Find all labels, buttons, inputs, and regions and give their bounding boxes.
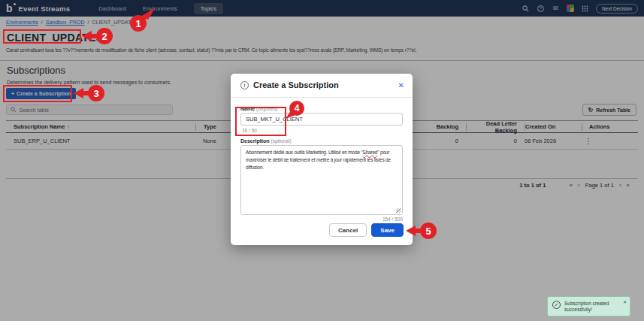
toast-message: Subscription created successfully! — [564, 301, 625, 312]
create-subscription-modal: i Create a Subscription ✕ Name (required… — [231, 74, 413, 245]
cancel-button[interactable]: Cancel — [329, 223, 367, 237]
info-icon: i — [240, 81, 249, 89]
modal-divider — [231, 97, 413, 98]
save-button[interactable]: Save — [371, 223, 404, 237]
svg-text:1: 1 — [135, 18, 141, 29]
toast-close-icon[interactable]: ✕ — [623, 299, 627, 304]
check-icon: ✓ — [552, 301, 561, 309]
svg-text:5: 5 — [425, 226, 431, 237]
modal-title: Create a Subscription — [253, 80, 339, 89]
annotation-balloon-4: 4 — [284, 101, 307, 122]
screen: b Event Streams Dashboard Environments T… — [0, 0, 644, 321]
svg-text:3: 3 — [93, 88, 98, 99]
description-textarea[interactable]: Abonnement dédié aux outils Marketing. U… — [240, 145, 403, 215]
svg-text:4: 4 — [295, 103, 300, 114]
description-counter: 154 / 500 — [382, 217, 403, 222]
annotation-balloon-3: 3 — [73, 85, 106, 103]
svg-text:2: 2 — [101, 31, 107, 42]
misspelled-word: Shared — [363, 150, 378, 155]
name-counter: 16 / 50 — [242, 128, 257, 133]
annotation-balloon-1: 1 — [129, 7, 158, 32]
name-input[interactable] — [240, 113, 403, 126]
modal-close-icon[interactable]: ✕ — [398, 81, 404, 89]
resize-handle[interactable] — [396, 208, 401, 213]
success-toast: ✓ Subscription created successfully! ✕ — [547, 296, 630, 316]
annotation-balloon-5: 5 — [405, 223, 438, 241]
annotation-balloon-2: 2 — [81, 28, 114, 46]
name-label: Name (required) — [240, 106, 277, 111]
description-label: Description (optional) — [240, 138, 292, 144]
